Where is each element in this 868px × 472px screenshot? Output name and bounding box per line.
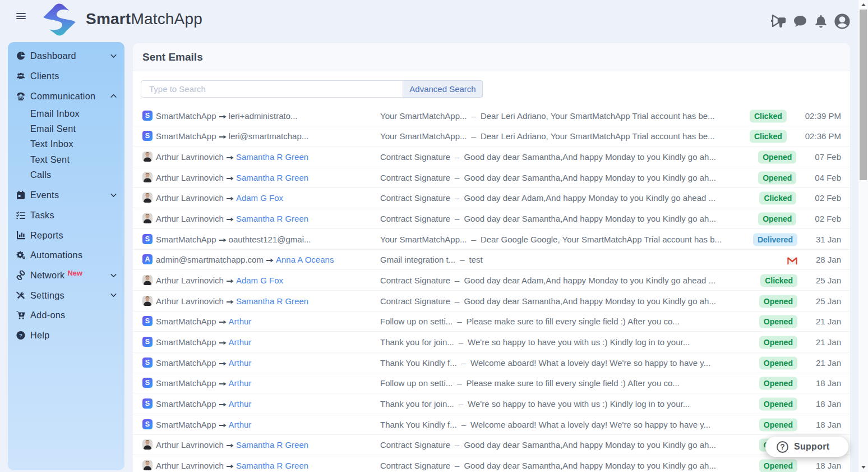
svg-text:?: ? — [19, 332, 22, 338]
